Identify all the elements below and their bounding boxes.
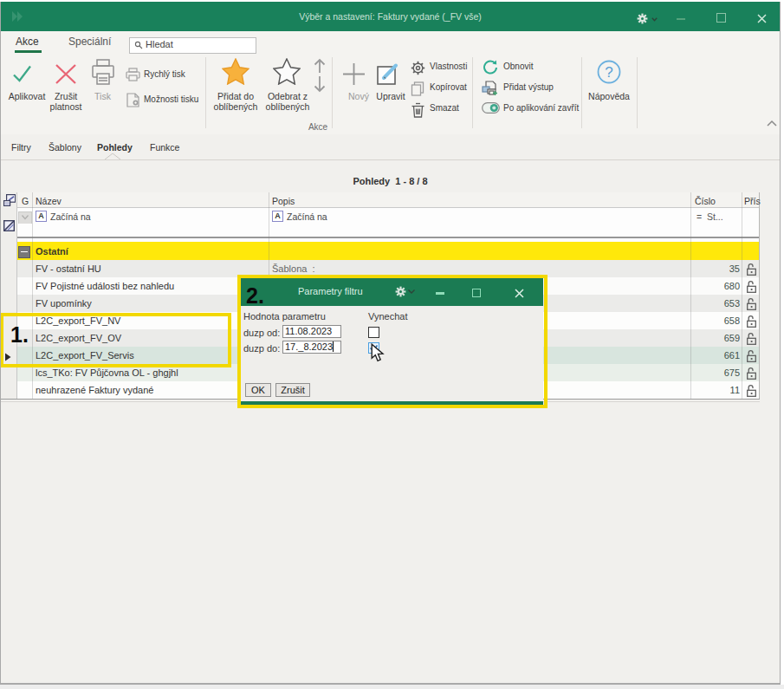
svg-text:?: ? xyxy=(605,64,612,81)
